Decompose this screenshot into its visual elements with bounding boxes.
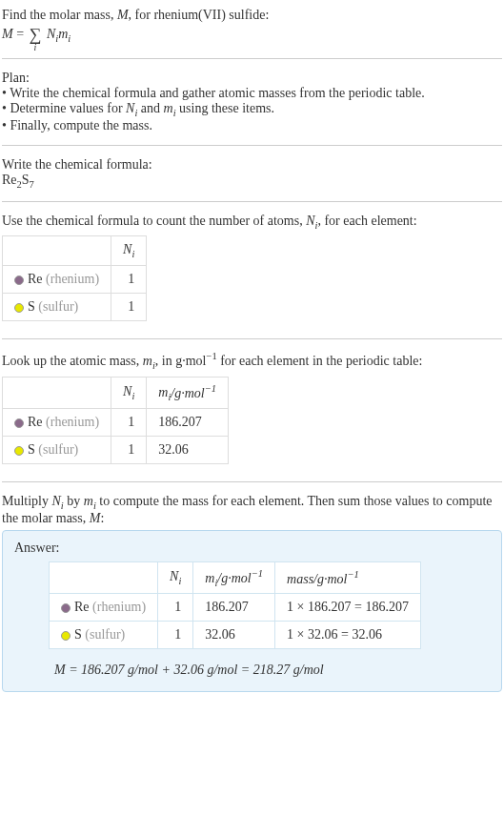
divider	[2, 338, 502, 339]
plan-n: Ni	[126, 101, 137, 115]
element-name: (sulfur)	[38, 299, 78, 314]
eq-m: mi	[58, 27, 71, 41]
mass-cell: 32.06	[147, 437, 229, 464]
plan-section: Plan: • Write the chemical formula and g…	[2, 67, 502, 137]
step4-heading: Multiply Ni by mi to compute the mass fo…	[2, 494, 502, 526]
element-cell: S (sulfur)	[3, 294, 111, 321]
step3-m: mi	[143, 354, 155, 368]
divider	[2, 201, 502, 202]
col-element	[3, 236, 111, 266]
col-n: Ni	[111, 236, 147, 266]
mvar: M	[117, 8, 129, 22]
n-cell: 1	[111, 266, 147, 294]
element-dot-icon	[14, 446, 24, 456]
col-element	[50, 561, 158, 593]
plan-m: mi	[164, 101, 176, 115]
mass-cell: 32.06	[193, 622, 275, 649]
element-cell: S (sulfur)	[3, 437, 111, 464]
col-m: mi/g·mol−1	[193, 561, 275, 593]
element-cell: Re (rhenium)	[3, 409, 111, 437]
step3-c: for each element in the periodic table:	[217, 354, 423, 368]
n-cell: 1	[158, 594, 193, 622]
chemical-formula: Re2S7	[2, 173, 502, 190]
step1-section: Write the chemical formula: Re2S7	[2, 153, 502, 194]
formula-re: Re	[2, 173, 17, 187]
divider	[2, 145, 502, 146]
element-name: (sulfur)	[38, 442, 78, 457]
plan-heading: Plan:	[2, 71, 502, 86]
mass-cell: 186.207	[147, 409, 229, 437]
eq-eq: =	[13, 27, 28, 41]
answer-table: Ni mi/g·mol−1 mass/g·mol−1 Re (rhenium) …	[49, 561, 421, 649]
element-cell: S (sulfur)	[50, 622, 158, 649]
step2-heading: Use the chemical formula to count the nu…	[2, 214, 502, 231]
intro-text: Find the molar mass,	[2, 8, 117, 22]
col-element	[3, 377, 111, 408]
calc-cell: 1 × 32.06 = 32.06	[275, 622, 421, 649]
col-mass: mi/g·mol−1	[147, 377, 229, 408]
element-sym: S	[74, 627, 82, 642]
divider	[2, 481, 502, 482]
table-row: S (sulfur) 1	[3, 294, 147, 321]
n-cell: 1	[111, 294, 147, 321]
calc-cell: 1 × 186.207 = 186.207	[275, 594, 421, 622]
atom-count-table: Ni Re (rhenium) 1 S (sulfur) 1	[2, 235, 147, 321]
final-equation: M = 186.207 g/mol + 32.06 g/mol = 218.27…	[49, 655, 490, 678]
answer-content: Ni mi/g·mol−1 mass/g·mol−1 Re (rhenium) …	[14, 561, 490, 678]
step3-b: , in g·mol	[155, 354, 207, 368]
plan-bullet-1: • Write the chemical formula and gather …	[2, 86, 502, 101]
plan-bullet-2: • Determine values for Ni and mi using t…	[2, 101, 502, 118]
element-name: (rhenium)	[46, 272, 99, 286]
element-sym: S	[28, 299, 35, 314]
table-row: S (sulfur) 1 32.06	[3, 437, 229, 464]
formula-s: S	[22, 173, 30, 187]
step2-section: Use the chemical formula to count the nu…	[2, 210, 502, 332]
plan-b2-end: using these items.	[176, 101, 274, 115]
answer-label: Answer:	[14, 541, 490, 556]
col-n: Ni	[158, 561, 193, 593]
s4a: Multiply	[2, 494, 52, 508]
element-sym: Re	[28, 415, 43, 429]
table-header-row: Ni mi/g·mol−1 mass/g·mol−1	[50, 561, 421, 593]
s4m: mi	[84, 494, 96, 508]
element-cell: Re (rhenium)	[50, 594, 158, 622]
mass-cell: 186.207	[193, 594, 275, 622]
table-row: Re (rhenium) 1 186.207 1 × 186.207 = 186…	[50, 594, 421, 622]
table-header-row: Ni	[3, 236, 147, 266]
s4M: M	[90, 511, 101, 525]
element-sym: Re	[74, 600, 90, 614]
formula-s-sub: 7	[30, 179, 34, 190]
step3-a: Look up the atomic mass,	[2, 354, 143, 368]
answer-box: Answer: Ni mi/g·mol−1 mass/g·mol−1 Re (r…	[2, 530, 502, 692]
table-row: Re (rhenium) 1	[3, 266, 147, 294]
element-name: (sulfur)	[85, 627, 125, 642]
element-name: (rhenium)	[92, 600, 146, 614]
s4n: Ni	[52, 494, 64, 508]
step3-heading: Look up the atomic mass, mi, in g·mol−1 …	[2, 351, 502, 370]
plan-bullet-3: • Finally, compute the mass.	[2, 118, 502, 133]
element-dot-icon	[14, 303, 24, 313]
col-n: Ni	[111, 377, 147, 408]
eq-lhs: M	[2, 27, 13, 41]
plan-and: and	[137, 101, 163, 115]
step2-n: Ni	[306, 214, 317, 228]
divider	[2, 58, 502, 59]
n-cell: 1	[111, 437, 147, 464]
step2-a: Use the chemical formula to count the nu…	[2, 214, 306, 228]
atomic-mass-table: Ni mi/g·mol−1 Re (rhenium) 1 186.207 S (…	[2, 377, 229, 464]
element-sym: S	[28, 442, 35, 457]
element-name: (rhenium)	[46, 415, 99, 429]
step3-exp: −1	[206, 351, 216, 361]
intro-section: Find the molar mass, M, for rhenium(VII)…	[2, 4, 502, 51]
step2-b: , for each element:	[317, 214, 416, 228]
molar-mass-equation: M = ∑i Nimi	[2, 23, 502, 47]
n-cell: 1	[158, 622, 193, 649]
s4b: by	[64, 494, 84, 508]
col-mass: mass/g·mol−1	[275, 561, 421, 593]
step3-section: Look up the atomic mass, mi, in g·mol−1 …	[2, 347, 502, 474]
table-header-row: Ni mi/g·mol−1	[3, 377, 229, 408]
element-sym: Re	[28, 272, 43, 286]
element-dot-icon	[61, 603, 71, 613]
step4-section: Multiply Ni by mi to compute the mass fo…	[2, 490, 502, 696]
step1-heading: Write the chemical formula:	[2, 157, 502, 173]
